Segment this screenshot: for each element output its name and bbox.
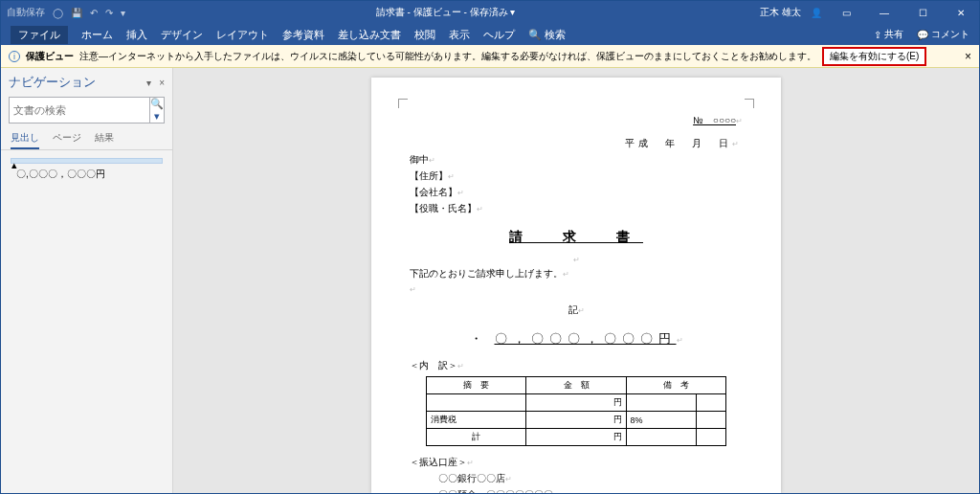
tab-insert[interactable]: 挿入: [126, 28, 147, 42]
doc-addr1: 【住所】: [410, 170, 448, 181]
tab-review[interactable]: 校閲: [414, 28, 435, 42]
doc-table: 摘 要金 額備 考 円 消費税円8% 計円: [426, 376, 725, 446]
document-page: № ○○○○↵ 平成 年 月 日↵ 御中↵ 【住所】↵ 【会社名】↵ 【役職・氏…: [371, 78, 781, 493]
share-button[interactable]: ⇪ 共有: [874, 28, 903, 41]
doc-title-heading: 請 求 書: [410, 229, 743, 246]
doc-title: 請求書 - 保護ビュー - 保存済み ▾: [131, 6, 760, 19]
tab-home[interactable]: ホーム: [81, 28, 113, 42]
enable-editing-button[interactable]: 編集を有効にする(E): [822, 47, 926, 66]
doc-amount: 〇，〇〇〇，〇〇〇円: [495, 331, 677, 346]
doc-furikomi: ＜振込口座＞: [410, 457, 467, 467]
doc-uchiwake: ＜内 訳＞: [410, 360, 457, 370]
doc-number: № ○○○○: [693, 115, 736, 125]
nav-tab-headings[interactable]: 見出し: [11, 131, 39, 149]
protected-view-label: 保護ビュー: [26, 50, 74, 63]
nav-outline-item[interactable]: 〇,〇〇〇，〇〇〇円: [5, 166, 168, 183]
autosave-label: 自動保存: [7, 6, 45, 19]
doc-date: 平成 年 月 日↵: [410, 137, 743, 150]
protected-view-text: 注意—インターネットから入手したファイルは、ウイルスに感染している可能性がありま…: [79, 50, 816, 63]
nav-tab-results[interactable]: 結果: [95, 131, 114, 149]
doc-addr2: 【会社名】: [410, 187, 457, 197]
minimize-icon[interactable]: —: [870, 8, 899, 18]
nav-dropdown-icon[interactable]: ▾: [146, 78, 151, 88]
nav-heading-bar[interactable]: ▴: [11, 158, 163, 164]
tab-references[interactable]: 参考資料: [282, 28, 324, 42]
doc-onchu: 御中: [410, 154, 429, 165]
ribbon-display-icon[interactable]: ▭: [832, 8, 860, 18]
nav-tab-pages[interactable]: ページ: [53, 131, 81, 149]
nav-search-button[interactable]: 🔍▾: [149, 97, 165, 124]
tab-file[interactable]: ファイル: [11, 26, 68, 44]
doc-bank1: 〇〇銀行〇〇店: [438, 473, 505, 483]
doc-ki: 記: [568, 304, 578, 315]
doc-intro: 下記のとおりご請求申し上げます。: [410, 268, 563, 279]
protected-view-bar: i 保護ビュー 注意—インターネットから入手したファイルは、ウイルスに感染してい…: [1, 45, 979, 68]
qat-more-icon[interactable]: ▾: [121, 8, 125, 18]
nav-close-icon[interactable]: ×: [159, 78, 165, 88]
search-label[interactable]: 🔍 検索: [528, 28, 566, 42]
user-name[interactable]: 正木 雄太: [760, 6, 801, 19]
close-icon[interactable]: ✕: [947, 8, 975, 18]
maximize-icon[interactable]: ☐: [908, 8, 937, 18]
navigation-pane: ナビゲーション ▾ × 🔍▾ 見出し ページ 結果 ▴ 〇,〇〇〇，〇〇〇円: [1, 68, 173, 493]
document-area[interactable]: № ○○○○↵ 平成 年 月 日↵ 御中↵ 【住所】↵ 【会社名】↵ 【役職・氏…: [173, 68, 979, 493]
titlebar: 自動保存 ◯ 💾 ↶ ↷ ▾ 請求書 - 保護ビュー - 保存済み ▾ 正木 雄…: [1, 1, 979, 24]
nav-search-input[interactable]: [9, 97, 149, 124]
nav-title: ナビゲーション: [9, 74, 96, 91]
tab-layout[interactable]: レイアウト: [216, 28, 269, 42]
ribbon-tabs: ファイル ホーム 挿入 デザイン レイアウト 参考資料 差し込み文書 校閲 表示…: [1, 24, 979, 45]
quick-access-toolbar: 自動保存 ◯ 💾 ↶ ↷ ▾: [1, 6, 131, 19]
save-icon[interactable]: 💾: [71, 8, 82, 18]
comments-button[interactable]: 💬 コメント: [917, 28, 969, 41]
tab-mailings[interactable]: 差し込み文書: [338, 28, 401, 42]
doc-addr3: 【役職・氏名】: [410, 203, 477, 213]
msgbar-close-icon[interactable]: ×: [965, 50, 971, 63]
tab-view[interactable]: 表示: [449, 28, 470, 42]
tab-design[interactable]: デザイン: [161, 28, 203, 42]
autosave-toggle[interactable]: ◯: [53, 8, 63, 18]
user-avatar-icon[interactable]: 👤: [811, 8, 822, 18]
undo-icon[interactable]: ↶: [90, 8, 98, 18]
doc-bank2: 〇〇預金 〇〇〇〇〇〇〇: [438, 489, 553, 493]
redo-icon[interactable]: ↷: [105, 8, 113, 18]
info-icon: i: [9, 51, 20, 62]
tab-help[interactable]: ヘルプ: [483, 28, 515, 42]
word-app-window: 自動保存 ◯ 💾 ↶ ↷ ▾ 請求書 - 保護ビュー - 保存済み ▾ 正木 雄…: [0, 0, 980, 494]
